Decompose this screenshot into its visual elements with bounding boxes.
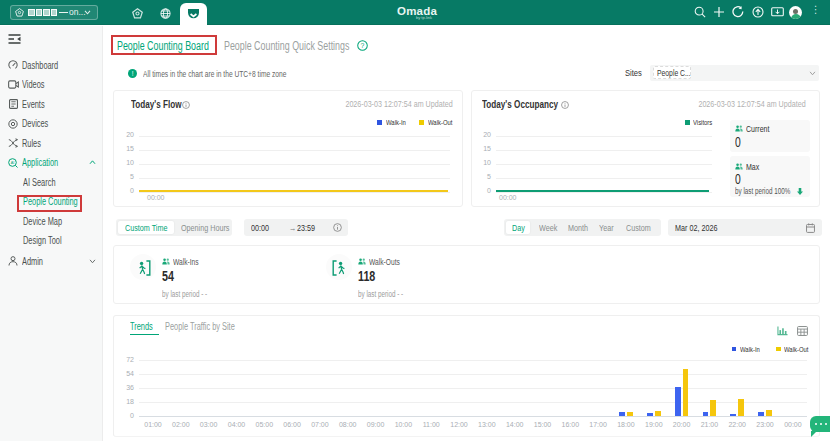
svg-text:AI: AI [11,161,15,165]
svg-text:?: ? [361,42,365,49]
svg-text:!: ! [132,70,134,77]
